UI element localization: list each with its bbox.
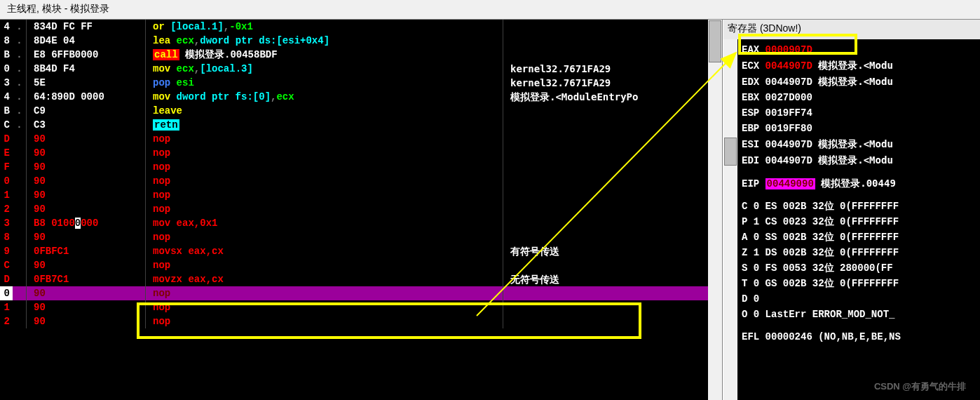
disasm-col: lea ecx,dword ptr ds:[esi+0x4] xyxy=(146,34,503,48)
disasm-row[interactable]: 190nop xyxy=(0,188,722,202)
bytes-col: 64:890D 0000 xyxy=(27,90,146,104)
addr-col: C xyxy=(0,118,13,132)
bytes-col: 5E xyxy=(27,76,146,90)
bytes-col: 90 xyxy=(27,132,146,146)
addr-col: 0 xyxy=(0,286,13,300)
reg-scroll-thumb[interactable] xyxy=(724,138,737,166)
disasm-row[interactable]: 290nop xyxy=(0,314,722,328)
disassembly-panel[interactable]: 4.834D FC FFor [local.1],-0x18.8D4E 04le… xyxy=(0,20,723,400)
mark-col xyxy=(13,202,27,216)
flag-line[interactable]: Z 1 DS 002B 32位 0(FFFFFFFF xyxy=(742,245,980,260)
registers-panel[interactable]: 寄存器 (3DNow!) EAX 0000907DECX 0044907D 模拟… xyxy=(723,20,980,400)
flag-line[interactable]: C 0 ES 002B 32位 0(FFFFFFFF xyxy=(742,199,980,214)
disasm-scrollbar[interactable] xyxy=(708,20,722,400)
disasm-col: nop xyxy=(146,188,503,202)
addr-col: 2 xyxy=(0,202,13,216)
disasm-row[interactable]: D90nop xyxy=(0,132,722,146)
bytes-col: B8 01000000 xyxy=(27,216,146,230)
disasm-row[interactable]: C90nop xyxy=(0,258,722,272)
flag-line[interactable]: A 0 SS 002B 32位 0(FFFFFFFF xyxy=(742,229,980,245)
bytes-col: 90 xyxy=(27,174,146,188)
comment-col xyxy=(503,300,510,314)
disasm-row[interactable]: E90nop xyxy=(0,146,722,160)
mark-col: . xyxy=(13,76,27,90)
bytes-col: 90 xyxy=(27,258,146,272)
disasm-row[interactable]: B.E8 6FFB0000call 模拟登录.00458BDF xyxy=(0,48,722,62)
disasm-col: nop xyxy=(146,132,503,146)
register-line[interactable]: EBP 0019FF80 xyxy=(742,121,980,136)
bytes-col: 0FB7C1 xyxy=(27,272,146,286)
addr-col: 3 xyxy=(0,76,13,90)
disasm-row[interactable]: F90nop xyxy=(0,160,722,174)
disasm-col: nop xyxy=(146,258,503,272)
flag-line[interactable]: T 0 GS 002B 32位 0(FFFFFFFF xyxy=(742,276,980,291)
mark-col xyxy=(13,160,27,174)
registers-header: 寄存器 (3DNow!) xyxy=(723,20,980,39)
bytes-col: 8B4D F4 xyxy=(27,62,146,76)
bytes-col: 90 xyxy=(27,146,146,160)
disasm-col: movsx eax,cx xyxy=(146,244,503,258)
disasm-row[interactable]: 8.8D4E 04lea ecx,dword ptr ds:[esi+0x4] xyxy=(0,34,722,48)
mark-col xyxy=(13,300,27,314)
disasm-row[interactable]: C.C3retn xyxy=(0,118,722,132)
register-efl[interactable]: EFL 00000246 (NO,NB,E,BE,NS xyxy=(742,329,980,345)
disasm-col: nop xyxy=(146,160,503,174)
disasm-row[interactable]: 3B8 01000000mov eax,0x1 xyxy=(0,216,722,230)
addr-col: 8 xyxy=(0,230,13,244)
flag-line[interactable]: S 0 FS 0053 32位 280000(FF xyxy=(742,260,980,276)
bytes-col: 90 xyxy=(27,286,146,300)
mark-col xyxy=(13,174,27,188)
addr-col: B xyxy=(0,48,13,62)
disasm-col: nop xyxy=(146,230,503,244)
reg-scrollbar[interactable] xyxy=(723,39,737,400)
bytes-col: 0FBFC1 xyxy=(27,244,146,258)
register-line[interactable]: EDI 0044907D 模拟登录.<Modu xyxy=(742,152,980,168)
mark-col: . xyxy=(13,20,27,34)
register-eip[interactable]: EIP 00449090 模拟登录.00449 xyxy=(742,175,980,192)
disasm-col: leave xyxy=(146,104,503,118)
bytes-col: 90 xyxy=(27,202,146,216)
comment-col: 模拟登录.<ModuleEntryPo xyxy=(503,90,638,104)
disasm-col: nop xyxy=(146,314,503,328)
disasm-row[interactable]: 4.834D FC FFor [local.1],-0x1 xyxy=(0,20,722,34)
addr-col: 2 xyxy=(0,314,13,328)
flag-line[interactable]: D 0 xyxy=(742,291,980,307)
watermark: CSDN @有勇气的牛排 xyxy=(874,380,966,393)
disasm-col: retn xyxy=(146,118,503,132)
flag-line[interactable]: P 1 CS 0023 32位 0(FFFFFFFF xyxy=(742,214,980,229)
bytes-col: 8D4E 04 xyxy=(27,34,146,48)
comment-col xyxy=(503,132,510,146)
addr-col: 3 xyxy=(0,216,13,230)
mark-col xyxy=(13,272,27,286)
bytes-col: 90 xyxy=(27,300,146,314)
register-line[interactable]: ESI 0044907D 模拟登录.<Modu xyxy=(742,136,980,152)
comment-col: kernel32.7671FA29 xyxy=(503,62,611,76)
main-container: 4.834D FC FFor [local.1],-0x18.8D4E 04le… xyxy=(0,20,980,400)
comment-col xyxy=(503,314,510,328)
mark-col xyxy=(13,132,27,146)
register-line[interactable]: EAX 0000907D xyxy=(742,42,980,58)
disasm-row[interactable]: 4.64:890D 0000mov dword ptr fs:[0],ecx模拟… xyxy=(0,90,722,104)
addr-col: D xyxy=(0,272,13,286)
disasm-row[interactable]: 290nop xyxy=(0,202,722,216)
disasm-row[interactable]: 890nop xyxy=(0,230,722,244)
mark-col xyxy=(13,188,27,202)
disasm-row[interactable]: 0.8B4D F4mov ecx,[local.3]kernel32.7671F… xyxy=(0,62,722,76)
register-line[interactable]: EDX 0044907D 模拟登录.<Modu xyxy=(742,74,980,90)
scroll-thumb[interactable] xyxy=(709,20,721,62)
register-line[interactable]: EBX 0027D000 xyxy=(742,90,980,105)
addr-col: D xyxy=(0,132,13,146)
flag-line[interactable]: O 0 LastErr ERROR_MOD_NOT_ xyxy=(742,307,980,322)
disasm-row[interactable]: 090nop xyxy=(0,174,722,188)
register-line[interactable]: ECX 0044907D 模拟登录.<Modu xyxy=(742,58,980,74)
register-line[interactable]: ESP 0019FF74 xyxy=(742,105,980,121)
mark-col xyxy=(13,286,27,300)
disasm-row[interactable]: 190nop xyxy=(0,300,722,314)
disasm-row[interactable]: 090nop xyxy=(0,286,722,300)
disasm-row[interactable]: 3.5Epop esikernel32.7671FA29 xyxy=(0,76,722,90)
bytes-col: E8 6FFB0000 xyxy=(27,48,146,62)
disasm-row[interactable]: B.C9leave xyxy=(0,104,722,118)
disasm-row[interactable]: D0FB7C1movzx eax,cx无符号传送 xyxy=(0,272,722,286)
comment-col xyxy=(503,160,510,174)
disasm-row[interactable]: 90FBFC1movsx eax,cx有符号传送 xyxy=(0,244,722,258)
